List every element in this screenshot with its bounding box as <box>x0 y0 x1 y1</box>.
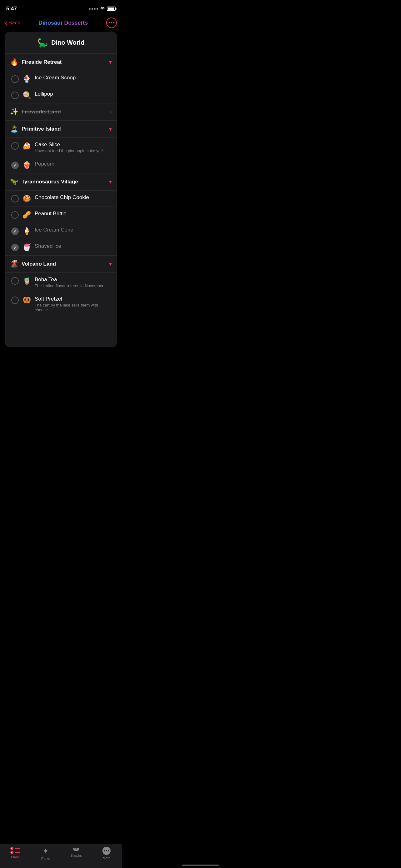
item-peanut-brittle: 🥜 Peanut Brittle <box>5 207 117 223</box>
fireside-label: Fireside Retreat <box>22 59 62 65</box>
ice-cream-scoop-name: Ice Cream Scoop <box>35 75 112 81</box>
nav-title-purple: Desserts <box>64 20 88 26</box>
popcorn-emoji: 🍿 <box>23 161 31 169</box>
nav-title-blue: Dinosaur <box>38 20 63 26</box>
tyrannosaurus-emoji: 🦖 <box>10 178 19 186</box>
item-shaved-ice: ✓ 🍧 Shaved Ice <box>5 239 117 256</box>
ice-cream-cone-check-icon: ✓ <box>13 229 17 234</box>
popcorn-check-icon: ✓ <box>13 163 17 168</box>
shaved-ice-name: Shaved Ice <box>35 243 112 249</box>
ice-cream-cone-checkbox[interactable]: ✓ <box>11 227 19 235</box>
status-time: 5:47 <box>6 6 17 12</box>
soft-pretzel-subtitle: The cart by the lake sells them with che… <box>35 303 112 312</box>
cake-slice-subtitle: Have not tried the pineapple cake yet! <box>35 148 112 153</box>
fireworks-label: Fireworks Land <box>22 109 61 115</box>
peanut-brittle-name: Peanut Brittle <box>35 211 112 217</box>
chocolate-chip-cookie-checkbox[interactable] <box>11 195 19 203</box>
cookie-name: Chocolate Chip Cookie <box>35 194 112 200</box>
status-icons <box>89 6 115 11</box>
item-soft-pretzel: 🥨 Soft Pretzel The cart by the lake sell… <box>5 292 117 316</box>
cake-slice-name: Cake Slice <box>35 142 112 148</box>
cone-emoji: 🍦 <box>23 227 31 235</box>
fireworks-chevron-icon: › <box>110 109 112 115</box>
soft-pretzel-checkbox[interactable] <box>11 297 19 304</box>
volcano-chevron-icon: ▾ <box>109 260 112 268</box>
back-label: Back <box>8 20 20 26</box>
fireside-emoji: 🔥 <box>10 58 19 66</box>
fireworks-emoji: ✨ <box>10 108 19 116</box>
nav-title: Dinosaur Desserts <box>38 20 88 26</box>
tyrannosaurus-label: Tyrannosaurus Village <box>22 179 78 185</box>
more-options-button[interactable]: ••• <box>106 18 117 28</box>
popcorn-name: Popcorn <box>35 161 112 167</box>
svg-point-0 <box>102 10 103 10</box>
volcano-emoji: 🌋 <box>10 260 19 268</box>
section-fireside-retreat[interactable]: 🔥 Fireside Retreat ▾ <box>5 54 117 71</box>
tyrannosaurus-chevron-icon: ▾ <box>109 178 112 185</box>
shaved-ice-checkbox[interactable]: ✓ <box>11 244 19 251</box>
status-bar: 5:47 <box>0 0 122 16</box>
boba-tea-name: Boba Tea <box>35 277 112 283</box>
section-primitive-island[interactable]: 🏝️ Primitive Island ▾ <box>5 121 117 138</box>
primitive-island-chevron-icon: ▾ <box>109 126 112 132</box>
cookie-emoji: 🍪 <box>23 195 31 203</box>
cake-slice-emoji: 🍰 <box>23 142 31 150</box>
shaved-ice-emoji: 🍧 <box>23 243 31 251</box>
lollipop-checkbox[interactable] <box>11 92 19 99</box>
soft-pretzel-name: Soft Pretzel <box>35 296 112 302</box>
item-cake-slice: 🍰 Cake Slice Have not tried the pineappl… <box>5 138 117 157</box>
peanut-brittle-checkbox[interactable] <box>11 211 19 219</box>
pretzel-emoji: 🥨 <box>23 296 31 304</box>
section-fireworks-land[interactable]: ✨ Fireworks Land › <box>5 103 117 121</box>
more-options-icon: ••• <box>108 20 114 25</box>
item-ice-cream-cone: ✓ 🍦 Ice Cream Cone <box>5 223 117 239</box>
ice-cream-cone-name: Ice Cream Cone <box>35 227 112 233</box>
item-ice-cream-scoop: 🍨 Ice Cream Scoop <box>5 71 117 87</box>
section-tyrannosaurus-village[interactable]: 🦖 Tyrannosaurus Village ▾ <box>5 174 117 191</box>
back-button[interactable]: ‹ Back <box>5 19 20 27</box>
primitive-island-emoji: 🏝️ <box>10 125 19 133</box>
lollipop-name: Lollipop <box>35 91 112 97</box>
lollipop-emoji: 🍭 <box>23 91 31 99</box>
boba-tea-subtitle: The limited flavor returns in November. <box>35 283 112 288</box>
peanut-emoji: 🥜 <box>23 211 31 219</box>
item-popcorn: ✓ 🍿 Popcorn <box>5 157 117 174</box>
dino-emoji: 🦕 <box>37 37 48 48</box>
nav-bar: ‹ Back Dinosaur Desserts ••• <box>0 16 122 32</box>
signal-icon <box>89 8 98 10</box>
shaved-ice-check-icon: ✓ <box>13 245 17 250</box>
boba-tea-emoji: 🧋 <box>23 277 31 285</box>
popcorn-checkbox[interactable]: ✓ <box>11 161 19 169</box>
back-chevron-icon: ‹ <box>5 19 7 27</box>
dino-world-title: Dino World <box>51 39 84 46</box>
wifi-icon <box>100 6 105 11</box>
boba-tea-checkbox[interactable] <box>11 277 19 285</box>
primitive-island-label: Primitive Island <box>22 126 61 132</box>
fireside-chevron-icon: ▾ <box>109 59 112 66</box>
ice-cream-scoop-emoji: 🍨 <box>23 75 31 83</box>
item-lollipop: 🍭 Lollipop <box>5 87 117 103</box>
cake-slice-checkbox[interactable] <box>11 142 19 150</box>
dino-world-header: 🦕 Dino World <box>5 32 117 54</box>
battery-icon <box>107 6 115 11</box>
ice-cream-scoop-checkbox[interactable] <box>11 75 19 83</box>
main-card: 🦕 Dino World 🔥 Fireside Retreat ▾ 🍨 Ice … <box>5 32 117 347</box>
item-boba-tea: 🧋 Boba Tea The limited flavor returns in… <box>5 273 117 292</box>
volcano-label: Volcano Land <box>22 261 56 267</box>
item-chocolate-chip-cookie: 🍪 Chocolate Chip Cookie <box>5 191 117 207</box>
section-volcano-land[interactable]: 🌋 Volcano Land ▾ <box>5 256 117 273</box>
